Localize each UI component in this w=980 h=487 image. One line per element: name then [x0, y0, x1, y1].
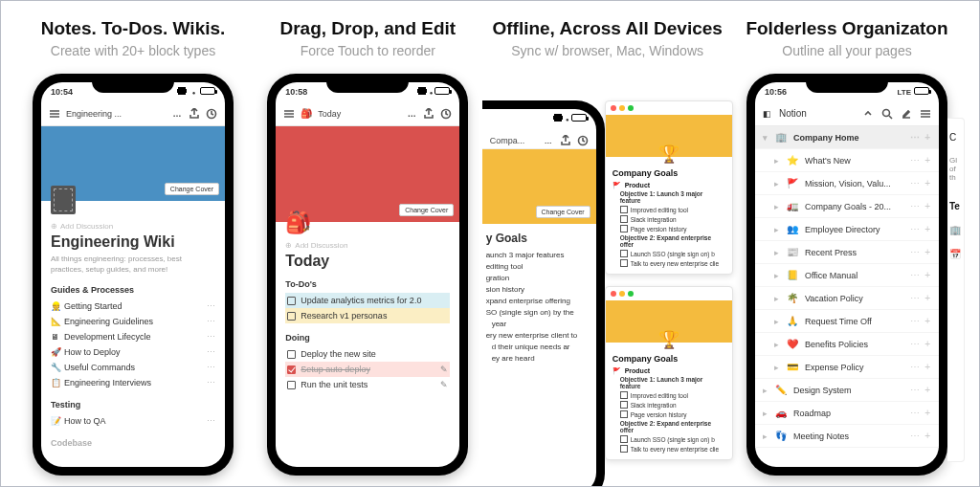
outline-row[interactable]: ▸💳Expense Policy⋯ +: [755, 356, 939, 379]
menu-icon[interactable]: [920, 108, 931, 120]
outline-row[interactable]: ▸📰Recent Press⋯ +: [755, 241, 939, 264]
checkbox-icon[interactable]: [287, 350, 296, 359]
checkbox-icon[interactable]: [287, 381, 296, 389]
row-actions[interactable]: ⋯ +: [910, 339, 931, 349]
more-icon[interactable]: ⋯: [207, 363, 215, 372]
caret-icon[interactable]: ▸: [774, 271, 782, 280]
change-cover-button[interactable]: Change Cover: [165, 183, 219, 195]
caret-icon[interactable]: ▸: [774, 294, 782, 303]
more-icon[interactable]: ⋯: [207, 347, 215, 357]
history-icon[interactable]: [206, 108, 217, 120]
history-icon[interactable]: [577, 135, 589, 146]
outline-row[interactable]: ▸🙏Request Time Off⋯ +: [755, 310, 939, 333]
page-link[interactable]: 📝How to QA⋯: [51, 413, 215, 429]
menu-icon[interactable]: [49, 108, 60, 120]
caret-icon[interactable]: ▸: [763, 409, 770, 418]
edit-icon[interactable]: ✎: [440, 365, 448, 374]
outline-row[interactable]: ▾🏢Company Home⋯ +: [755, 126, 939, 149]
caret-icon[interactable]: ▾: [763, 133, 770, 143]
chevron-icon[interactable]: [862, 108, 874, 120]
row-actions[interactable]: ⋯ +: [910, 178, 931, 188]
more-icon[interactable]: ⋯: [207, 378, 215, 387]
share-icon[interactable]: [189, 108, 200, 120]
change-cover-button[interactable]: Change Cover: [399, 204, 454, 216]
page-link[interactable]: 🖥Development Lifecycle⋯: [51, 329, 215, 344]
share-icon[interactable]: [560, 135, 571, 146]
row-actions[interactable]: ⋯ +: [910, 293, 931, 303]
row-actions[interactable]: ⋯ +: [910, 132, 931, 143]
edit-icon[interactable]: ✎: [440, 380, 448, 389]
todo-item-done[interactable]: Setup auto deploy✎: [285, 362, 450, 377]
page-link[interactable]: 🚀How to Deploy⋯: [51, 344, 215, 360]
todo-item[interactable]: Run the unit tests✎: [285, 377, 450, 392]
outline-row[interactable]: ▸🚗Roadmap⋯ +: [755, 402, 939, 425]
checkbox-icon[interactable]: [287, 297, 296, 305]
page-link[interactable]: 📐Engineering Guidelines⋯: [51, 314, 215, 329]
todo-item[interactable]: Update analytics metrics for 2.0: [285, 293, 450, 308]
caret-icon[interactable]: ▸: [774, 248, 782, 257]
breadcrumb[interactable]: Compa...: [490, 136, 537, 145]
caret-icon[interactable]: ▸: [774, 317, 782, 326]
share-icon[interactable]: [423, 108, 434, 120]
caret-icon[interactable]: ▸: [774, 202, 782, 211]
window-controls[interactable]: [606, 101, 732, 115]
row-actions[interactable]: ⋯ +: [910, 316, 931, 326]
caret-icon[interactable]: ▸: [774, 363, 782, 372]
outline-row[interactable]: ▸👥Employee Directory⋯ +: [755, 218, 939, 241]
search-icon[interactable]: [881, 108, 893, 120]
row-actions[interactable]: ⋯ +: [910, 270, 931, 280]
page-link[interactable]: 📋Engineering Interviews⋯: [51, 375, 215, 390]
page-emoji-icon: 🖥: [51, 332, 64, 342]
caret-icon[interactable]: ▸: [774, 340, 782, 349]
menu-icon[interactable]: [283, 108, 295, 120]
caret-icon[interactable]: ▸: [763, 386, 770, 395]
more-icon[interactable]: [171, 108, 183, 120]
breadcrumb[interactable]: Engineering ...: [66, 109, 166, 119]
row-actions[interactable]: ⋯ +: [910, 431, 931, 441]
more-icon[interactable]: ⋯: [207, 416, 215, 426]
outline-row[interactable]: ▸⭐What's New⋯ +: [755, 149, 939, 172]
caret-icon[interactable]: ▸: [774, 225, 782, 234]
page-emoji-icon: 🚀: [51, 347, 64, 357]
history-icon[interactable]: [440, 108, 452, 120]
add-discussion-link[interactable]: Add Discussion: [285, 241, 450, 250]
caret-icon[interactable]: ▸: [763, 432, 770, 441]
caret-icon[interactable]: ▸: [774, 156, 782, 166]
compose-icon[interactable]: [901, 108, 912, 120]
outline-row[interactable]: ▸📒Office Manual⋯ +: [755, 264, 939, 287]
row-actions[interactable]: ⋯ +: [910, 201, 931, 211]
change-cover-button[interactable]: Change Cover: [536, 206, 590, 218]
row-actions[interactable]: ⋯ +: [910, 362, 931, 372]
more-icon[interactable]: ⋯: [207, 301, 215, 311]
outline-row[interactable]: ▸🚩Mission, Vision, Valu...⋯ +: [755, 172, 939, 195]
row-actions[interactable]: ⋯ +: [910, 224, 931, 234]
outline-row[interactable]: ▸👣Meeting Notes⋯ +: [755, 425, 939, 448]
todo-item[interactable]: Deploy the new site: [285, 346, 450, 362]
row-actions[interactable]: ⋯ +: [910, 155, 931, 166]
row-actions[interactable]: ⋯ +: [910, 385, 931, 395]
outline-row[interactable]: ▸❤️Benefits Policies⋯ +: [755, 333, 939, 356]
more-icon[interactable]: ⋯: [207, 317, 215, 326]
window-controls[interactable]: [606, 287, 732, 300]
page-link[interactable]: 🔧Useful Commands⋯: [51, 360, 215, 375]
workspace-name[interactable]: Notion: [779, 108, 855, 119]
outline-row[interactable]: ▸✏️Design System⋯ +: [755, 379, 939, 402]
caret-icon[interactable]: ▸: [774, 179, 782, 188]
slot-2: Drag, Drop, and Edit Force Touch to reor…: [253, 18, 482, 486]
add-discussion-link[interactable]: Add Discussion: [51, 222, 215, 231]
outline-row[interactable]: ▸🌴Vacation Policy⋯ +: [755, 287, 939, 310]
checkbox-icon[interactable]: [287, 312, 296, 321]
row-actions[interactable]: ⋯ +: [910, 408, 931, 418]
more-icon[interactable]: [543, 135, 554, 146]
more-icon[interactable]: ⋯: [207, 332, 215, 342]
breadcrumb[interactable]: Today: [318, 109, 400, 119]
todo-item[interactable]: Research v1 personas: [285, 308, 450, 323]
page-link[interactable]: 👷Getting Started⋯: [51, 299, 215, 314]
row-actions[interactable]: ⋯ +: [910, 247, 931, 257]
more-icon[interactable]: [406, 108, 417, 120]
workspace-icon[interactable]: ◧: [763, 109, 771, 119]
checkbox-checked-icon[interactable]: [287, 365, 296, 374]
flag-icon: 🚩: [612, 367, 621, 375]
outline-row[interactable]: ▸🚛Company Goals - 20...⋯ +: [755, 195, 939, 218]
slot2-subtitle: Force Touch to reorder: [301, 43, 435, 58]
